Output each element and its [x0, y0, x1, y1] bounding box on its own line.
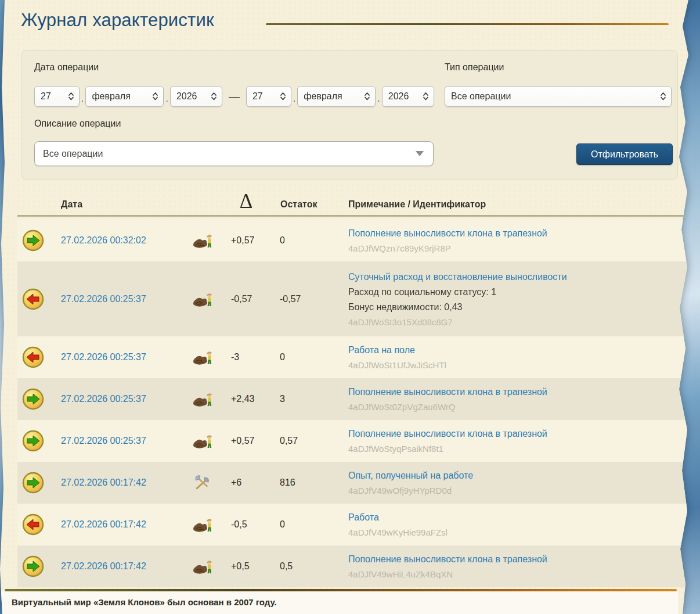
operation-date-link[interactable]: 27.02.2026 00:25:37 [61, 436, 146, 446]
filter-submit-button[interactable]: Отфильтровать [576, 143, 673, 165]
stamina-icon [192, 231, 219, 250]
balance-value: 0 [280, 519, 285, 530]
note-cell: Пополнение выносливости клона в трапезно… [348, 420, 685, 462]
note-detail: Расход по социальному статусу: 1 [348, 286, 685, 297]
delta-value: +6 [231, 477, 241, 488]
experience-icon [192, 473, 219, 492]
footer: Виртуальный мир «Земля Клонов» был основ… [0, 591, 678, 614]
table-row: 27.02.2026 00:25:37 -3 0 Работа на поле … [17, 336, 688, 378]
balance-value: 0 [280, 352, 285, 362]
operation-note-link[interactable]: Пополнение выносливости клона в трапезно… [348, 228, 685, 239]
date-from-day-select[interactable]: 27 [34, 86, 80, 107]
direction-in-icon [22, 555, 44, 577]
column-header-note: Примечание / Идентификатор [348, 199, 486, 210]
column-header-delta: Δ [233, 190, 259, 213]
operation-id: 4aDJfWoSt0ZpVgZau6WrQ [348, 401, 685, 412]
operation-date-link[interactable]: 27.02.2026 00:17:42 [61, 477, 146, 488]
operation-type-select[interactable]: Все операции [445, 86, 672, 107]
table-header: Дата Δ Остаток Примечание / Идентификато… [17, 192, 688, 217]
operation-id: 4aDJfWoSt3o15Xd08c8G7 [348, 316, 685, 327]
note-cell: Работа 4aDJfV49wKyHie99aFZsl [348, 504, 685, 545]
operation-id: 4aDJfWoSt1UfJwJiScHTl [348, 360, 685, 371]
delta-value: +0,57 [231, 235, 254, 246]
operation-note-link[interactable]: Пополнение выносливости клона в трапезно… [348, 428, 685, 440]
stamina-icon [192, 290, 219, 308]
stepper-icon [660, 92, 666, 101]
stamina-icon [192, 515, 219, 534]
date-to-month-select[interactable]: февраля [297, 86, 376, 107]
operation-date-link[interactable]: 27.02.2026 00:32:02 [61, 235, 146, 246]
stamina-icon [192, 557, 219, 576]
caret-down-icon [416, 151, 424, 156]
balance-value: 0,57 [280, 436, 298, 446]
operation-note-link[interactable]: Работа на поле [348, 344, 685, 356]
balance-value: 816 [280, 477, 295, 488]
table-row: 27.02.2026 00:25:37 +2,43 3 Пополнение в… [17, 378, 688, 420]
balance-value: 3 [280, 394, 285, 404]
operation-id: 4aDJfV49wKyHie99aFZsl [348, 527, 685, 538]
operation-date-link[interactable]: 27.02.2026 00:25:37 [61, 352, 146, 362]
delta-value: +2,43 [231, 394, 254, 404]
stamina-icon [192, 348, 219, 367]
date-separator-dot: . [81, 94, 84, 104]
operation-note-link[interactable]: Опыт, полученный на работе [348, 470, 685, 482]
date-separator-dot: . [377, 94, 380, 104]
balance-value: 0,5 [280, 561, 293, 572]
balance-value: -0,57 [280, 294, 301, 304]
balance-value: 0 [280, 235, 285, 246]
direction-in-icon [22, 388, 44, 410]
filter-panel: Дата операции 27 . февраля . 2026 — 27 . [21, 50, 678, 180]
type-filter-label: Тип операции [445, 62, 504, 73]
operation-date-link[interactable]: 27.02.2026 00:25:37 [61, 394, 146, 404]
delta-value: -3 [231, 352, 239, 362]
table-row: 27.02.2026 00:25:37 +0,57 0,57 Пополнени… [17, 420, 688, 462]
table-row: 27.02.2026 00:17:42 +0,5 0,5 Пополнение … [17, 545, 688, 587]
operation-id: 4aDJfV49wOfj9yHYpRD0d [348, 485, 685, 496]
parchment-panel: Журнал характеристик Дата операции 27 . … [0, 0, 691, 614]
date-from-month-select[interactable]: февраля [85, 86, 164, 107]
stepper-icon [152, 92, 158, 101]
note-cell: Пополнение выносливости клона в трапезно… [348, 545, 685, 587]
date-to-year-select[interactable]: 2026 [382, 86, 434, 107]
direction-in-icon [22, 229, 44, 252]
footer-text: Виртуальный мир «Земля Клонов» был основ… [12, 597, 277, 607]
date-separator-dot: . [293, 94, 295, 104]
note-cell: Опыт, полученный на работе 4aDJfV49wOfj9… [348, 462, 685, 504]
operation-note-link[interactable]: Работа [348, 512, 685, 523]
table-row: 27.02.2026 00:17:42 -0,5 0 Работа 4aDJfV… [17, 504, 688, 545]
operation-date-link[interactable]: 27.02.2026 00:17:42 [61, 519, 146, 530]
stepper-icon [211, 92, 217, 101]
date-to-day-select[interactable]: 27 [246, 86, 291, 107]
stamina-icon [192, 432, 219, 450]
operation-id: 4aDJfV49wHiL4uZk4BqXN [348, 569, 685, 580]
stamina-icon [192, 390, 219, 408]
stepper-icon [68, 92, 74, 101]
table-row: 27.02.2026 00:32:02 +0,57 0 Пополнение в… [17, 220, 688, 261]
table-row: 27.02.2026 00:25:37 -0,57 -0,57 Суточный… [17, 261, 688, 336]
direction-in-icon [22, 430, 44, 452]
date-range-controls: 27 . февраля . 2026 — 27 . февраля [34, 86, 434, 107]
operation-note-link[interactable]: Пополнение выносливости клона в трапезно… [348, 386, 685, 398]
note-cell: Работа на поле 4aDJfWoSt1UfJwJiScHTl [348, 336, 685, 378]
table-row: 27.02.2026 00:17:42 +6 816 Опыт, получен… [17, 462, 688, 504]
page-title: Журнал характеристик [21, 10, 214, 31]
delta-value: +0,5 [231, 561, 250, 572]
date-filter-label: Дата операции [34, 62, 99, 73]
stepper-icon [364, 92, 370, 101]
column-header-balance: Остаток [280, 199, 317, 210]
note-detail: Бонус недвижимости: 0,43 [348, 301, 685, 313]
operation-note-link[interactable]: Суточный расход и восстановление выносли… [348, 271, 685, 282]
operation-date-link[interactable]: 27.02.2026 00:17:42 [61, 561, 146, 572]
operation-description-dropdown[interactable]: Все операции [34, 141, 434, 166]
date-range-dash: — [229, 90, 240, 103]
winter-background: Журнал характеристик Дата операции 27 . … [0, 0, 700, 614]
direction-in-icon [22, 472, 44, 494]
title-divider [266, 23, 669, 25]
operation-date-link[interactable]: 27.02.2026 00:25:37 [61, 294, 146, 304]
operation-id: 4aDJfWoStyqPsaikNf8t1 [348, 443, 685, 454]
date-from-year-select[interactable]: 2026 [170, 86, 222, 107]
delta-value: +0,57 [231, 436, 254, 446]
operation-note-link[interactable]: Пополнение выносливости клона в трапезно… [348, 554, 685, 565]
direction-out-icon [22, 288, 44, 310]
operation-id: 4aDJfWQzn7c89yK9rjR8P [348, 243, 685, 254]
